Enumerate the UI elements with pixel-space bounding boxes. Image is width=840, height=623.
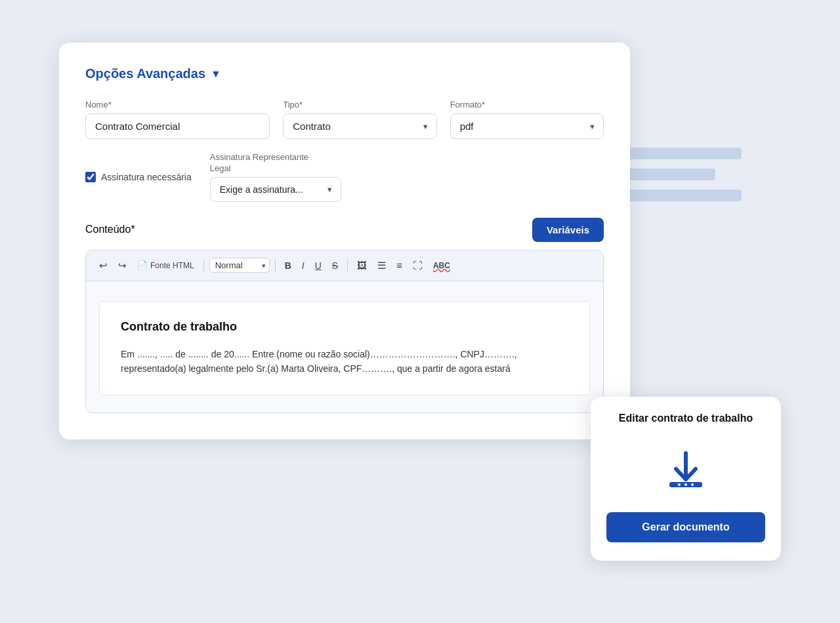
doc-title: Contrato de trabalho — [121, 320, 568, 334]
spellcheck-icon: ABC — [433, 261, 450, 270]
side-panel: Editar contrato de trabalho Gerar docume… — [591, 397, 781, 561]
style-select[interactable]: Normal Heading 1 Heading 2 — [209, 258, 270, 273]
underline-button[interactable]: U — [311, 258, 326, 273]
doc-body: Em ......., ..... de ........ de 20.....… — [121, 347, 568, 376]
formato-label: Formato* — [450, 100, 604, 110]
formato-select-wrapper: pdf docx html — [450, 113, 604, 139]
toolbar-sep-3 — [347, 259, 348, 272]
variaveis-button[interactable]: Variáveis — [532, 218, 604, 242]
formato-group: Formato* pdf docx html — [450, 100, 604, 139]
section-title-text: Opções Avançadas — [85, 66, 205, 81]
ol-icon: ≡ — [396, 260, 402, 271]
italic-button[interactable]: I — [298, 258, 308, 273]
assinatura-rep-select[interactable]: Exige a assinatura... Não exige Opcional — [210, 177, 341, 202]
assinatura-rep-label: Assinatura RepresentanteLegal — [210, 152, 341, 174]
doc-preview: Contrato de trabalho Em ......., ..... d… — [99, 301, 590, 395]
bold-icon: B — [285, 260, 291, 271]
nome-group: Nome* — [85, 100, 270, 139]
svg-point-1 — [678, 483, 681, 486]
italic-icon: I — [302, 260, 304, 271]
gerar-documento-button[interactable]: Gerar documento — [606, 512, 765, 542]
toolbar-sep-2 — [275, 259, 276, 272]
section-chevron[interactable]: ▼ — [211, 68, 221, 80]
assinatura-checkbox-item: Assinatura necessária — [85, 172, 192, 182]
image-button[interactable]: 🖼 — [353, 257, 371, 273]
bg-line-1 — [610, 148, 742, 159]
redo-icon: ↪ — [118, 260, 127, 271]
main-card: Opções Avançadas ▼ Nome* Tipo* Contrato … — [59, 43, 630, 439]
ordered-list-button[interactable]: ≡ — [392, 257, 406, 273]
assinatura-rep-group: Assinatura RepresentanteLegal Exige a as… — [210, 152, 341, 202]
redo-button[interactable]: ↪ — [114, 257, 131, 274]
form-row-main: Nome* Tipo* Contrato Proposta Acordo Ter… — [85, 100, 604, 139]
html-source-button[interactable]: 📄 Fonte HTML — [133, 258, 198, 273]
side-panel-title: Editar contrato de trabalho — [619, 412, 753, 424]
assinatura-rep-select-wrapper: Exige a assinatura... Não exige Opcional — [210, 177, 341, 202]
html-icon: 📄 — [137, 260, 148, 270]
download-icon — [663, 448, 709, 494]
bold-button[interactable]: B — [281, 258, 295, 273]
nome-label: Nome* — [85, 100, 270, 110]
spellcheck-button[interactable]: ABC — [429, 258, 454, 273]
tipo-select-wrapper: Contrato Proposta Acordo Termo — [283, 113, 436, 139]
fullscreen-icon: ⛶ — [413, 260, 423, 271]
toolbar-sep-1 — [203, 259, 204, 272]
editor-wrapper: ↩ ↪ 📄 Fonte HTML Normal Heading 1 Headin… — [85, 250, 604, 413]
fullscreen-button[interactable]: ⛶ — [409, 257, 427, 273]
unordered-list-button[interactable]: ☰ — [373, 257, 390, 274]
html-label: Fonte HTML — [150, 261, 194, 270]
undo-icon: ↩ — [99, 260, 108, 271]
underline-icon: U — [315, 260, 322, 271]
bg-decorative-lines — [610, 148, 742, 201]
conteudo-row: Conteúdo* Variáveis — [85, 218, 604, 242]
svg-point-2 — [684, 483, 687, 486]
conteudo-label: Conteúdo* — [85, 224, 135, 235]
ul-icon: ☰ — [377, 260, 386, 271]
nome-input[interactable] — [85, 113, 270, 139]
style-select-wrapper: Normal Heading 1 Heading 2 — [209, 258, 270, 273]
bg-line-3 — [610, 190, 742, 201]
svg-point-3 — [691, 483, 694, 486]
assinatura-label: Assinatura necessária — [101, 172, 192, 182]
undo-button[interactable]: ↩ — [95, 257, 112, 274]
download-icon-wrap — [663, 437, 709, 499]
tipo-group: Tipo* Contrato Proposta Acordo Termo — [283, 100, 436, 139]
strike-button[interactable]: S — [328, 258, 342, 273]
strike-icon: S — [332, 260, 338, 271]
editor-content[interactable]: Contrato de trabalho Em ......., ..... d… — [86, 281, 603, 412]
assinatura-checkbox[interactable] — [85, 172, 96, 182]
tipo-label: Tipo* — [283, 100, 436, 110]
main-container: Opções Avançadas ▼ Nome* Tipo* Contrato … — [59, 43, 781, 580]
formato-select[interactable]: pdf docx html — [450, 113, 604, 139]
checkbox-row: Assinatura necessária Assinatura Represe… — [85, 152, 604, 202]
editor-toolbar: ↩ ↪ 📄 Fonte HTML Normal Heading 1 Headin… — [86, 251, 603, 281]
image-icon: 🖼 — [357, 260, 367, 271]
section-title: Opções Avançadas ▼ — [85, 66, 604, 81]
tipo-select[interactable]: Contrato Proposta Acordo Termo — [283, 113, 436, 139]
